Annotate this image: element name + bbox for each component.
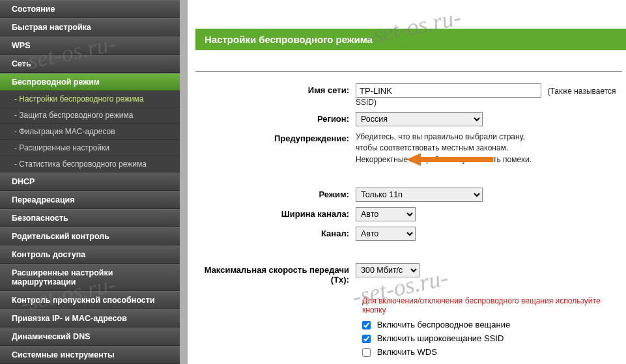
ssid-label: Имя сети:: [195, 83, 356, 95]
mode-label: Режим:: [195, 188, 356, 199]
sidebar-item-system[interactable]: Системные инструменты: [0, 346, 180, 364]
sidebar-item-ddns[interactable]: Динамический DNS: [0, 328, 180, 346]
width-label: Ширина канала:: [195, 207, 356, 219]
sidebar-item-security[interactable]: Безопасность: [0, 209, 180, 227]
sidebar-item-ipmac[interactable]: Привязка IP- и MAC-адресов: [0, 309, 180, 328]
region-label: Регион:: [195, 112, 356, 124]
divider: [195, 71, 622, 72]
region-select[interactable]: Россия: [356, 112, 483, 126]
divider-stripe: [180, 0, 188, 364]
chk-broadcast[interactable]: [362, 321, 371, 329]
chk-ssid-label: Включить широковещание SSID: [377, 333, 504, 343]
mode-select[interactable]: Только 11n: [356, 188, 483, 202]
sidebar-sub-mac-filter[interactable]: - Фильтрация MAC-адресов: [0, 124, 180, 140]
form-area: Имя сети: (Также называется SSID) Регион…: [195, 50, 626, 364]
sidebar-item-access[interactable]: Контроль доступа: [0, 245, 180, 264]
chk-ssid[interactable]: [362, 335, 371, 343]
sidebar-item-status[interactable]: Состояние: [0, 0, 180, 18]
sidebar-sub-advanced[interactable]: - Расширенные настройки: [0, 140, 180, 156]
sidebar-item-quicksetup[interactable]: Быстрая настройка: [0, 18, 180, 36]
width-select[interactable]: Авто: [356, 207, 416, 221]
sidebar-sub-wireless-security[interactable]: - Защита беспроводного режима: [0, 107, 180, 124]
ssid-input[interactable]: [356, 83, 541, 98]
sidebar-item-routing[interactable]: Расширенные настройки маршрутизации: [0, 264, 180, 291]
note-text: Для включения/отключения беспроводного в…: [362, 296, 626, 315]
content-area: Настройки беспроводного режима Имя сети:…: [195, 29, 626, 364]
sidebar-item-dhcp[interactable]: DHCP: [0, 173, 180, 191]
sidebar-item-network[interactable]: Сеть: [0, 55, 180, 73]
sidebar-item-bandwidth[interactable]: Контроль пропускной способности: [0, 291, 180, 309]
channel-select[interactable]: Авто: [356, 227, 416, 241]
txrate-select[interactable]: 300 Мбит/с: [356, 263, 420, 277]
page-title: Настройки беспроводного режима: [195, 29, 626, 50]
sidebar-item-parental[interactable]: Родительский контроль: [0, 227, 180, 245]
chk-wds[interactable]: [362, 348, 371, 357]
sidebar-item-forwarding[interactable]: Переадресация: [0, 191, 180, 209]
chk-wds-label: Включить WDS: [377, 347, 437, 357]
warning-text: Убедитесь, что вы правильно выбрали стра…: [356, 132, 626, 165]
sidebar-item-wireless[interactable]: Беспроводной режим: [0, 73, 180, 91]
sidebar-sub-statistics[interactable]: - Статистика беспроводного режима: [0, 156, 180, 173]
txrate-label: Максимальная скорость передачи (Tx):: [195, 263, 356, 285]
sidebar-item-wps[interactable]: WPS: [0, 36, 180, 55]
chk-broadcast-label: Включить беспроводное вещание: [377, 320, 511, 329]
sidebar: Состояние Быстрая настройка WPS Сеть Бес…: [0, 0, 180, 364]
warning-label: Предупреждение:: [195, 132, 356, 143]
sidebar-sub-wireless-settings[interactable]: - Настройки беспроводного режима: [0, 91, 180, 107]
channel-label: Канал:: [195, 227, 356, 238]
